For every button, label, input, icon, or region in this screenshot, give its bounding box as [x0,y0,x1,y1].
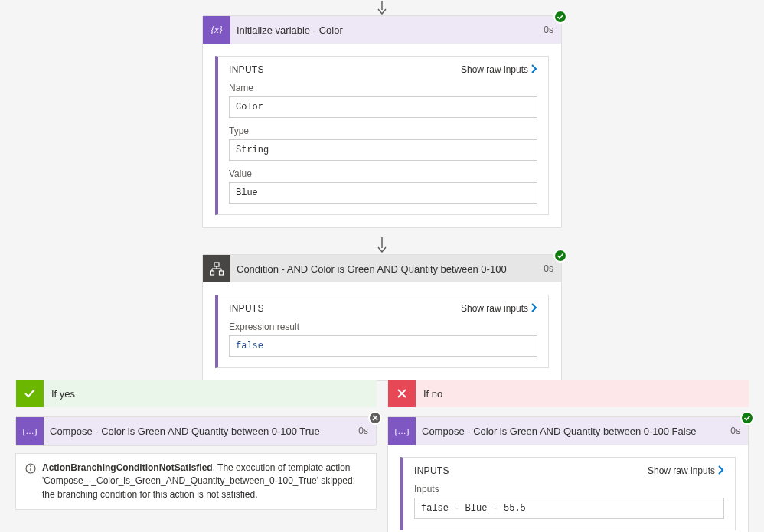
show-raw-label: Show raw inputs [461,64,528,75]
action-header[interactable]: {…} Compose - Color is Green AND Quantit… [388,417,748,445]
action-duration: 0s [536,24,561,35]
svg-rect-8 [211,271,214,275]
field-label-value: Value [229,168,537,179]
branch-title-no: If no [416,388,442,400]
compose-icon: {…} [16,417,44,445]
action-compose-false[interactable]: {…} Compose - Color is Green AND Quantit… [387,416,749,532]
field-value-inputs: false - Blue - 55.5 [414,498,724,519]
action-compose-true[interactable]: {…} Compose - Color is Green AND Quantit… [15,416,377,446]
action-duration: 0s [536,263,561,274]
show-raw-inputs-link[interactable]: Show raw inputs [648,465,724,476]
chevron-right-icon [531,64,537,75]
connector-arrow [202,237,562,253]
field-value-name: Color [229,96,537,118]
field-label-type: Type [229,126,537,136]
close-icon [388,380,416,407]
status-badge-skipped [368,411,382,425]
inputs-panel: INPUTS Show raw inputs Expression result… [215,295,549,368]
check-icon [16,380,44,407]
info-icon [25,463,36,478]
action-header[interactable]: {x} Initialize variable - Color 0s [203,16,561,44]
branch-if-yes: If yes {…} Compose - Color is Green AND … [15,380,377,532]
show-raw-inputs-link[interactable]: Show raw inputs [461,64,537,75]
inputs-panel-title: INPUTS [229,64,264,75]
svg-rect-9 [220,271,224,275]
svg-rect-3 [214,263,219,266]
show-raw-label: Show raw inputs [648,465,715,476]
action-duration: 0s [351,426,376,436]
branch-title-yes: If yes [44,388,75,400]
condition-icon [203,255,230,282]
field-label-inputs: Inputs [414,484,724,494]
action-title: Condition - AND Color is Green AND Quant… [230,263,536,275]
branch-header-no[interactable]: If no [387,380,749,407]
skipped-message: ActionBranchingConditionNotSatisfied. Th… [15,453,377,510]
variable-icon: {x} [203,16,230,44]
branch-header-yes[interactable]: If yes [15,380,377,407]
field-value-expression: false [236,341,263,351]
connector-arrow [202,0,562,15]
field-label-name: Name [229,83,537,93]
flow-canvas: {x} Initialize variable - Color 0s INPUT… [0,0,764,532]
field-value-type: String [229,139,537,161]
svg-text:{…}: {…} [23,426,37,436]
field-label-expression: Expression result [229,321,537,332]
show-raw-label: Show raw inputs [461,303,528,314]
action-title: Compose - Color is Green AND Quantity be… [44,426,351,437]
inputs-panel-title: INPUTS [229,303,264,314]
svg-text:{x}: {x} [211,24,223,35]
inputs-panel-title: INPUTS [414,465,449,476]
svg-point-15 [30,465,31,467]
svg-text:{…}: {…} [395,426,409,436]
action-title: Compose - Color is Green AND Quantity be… [416,426,723,437]
inputs-panel: INPUTS Show raw inputs Inputs [400,457,736,530]
chevron-right-icon [718,465,724,476]
inputs-panel: INPUTS Show raw inputs Name Color [215,56,549,215]
compose-icon: {…} [388,417,416,445]
action-title: Initialize variable - Color [230,24,536,36]
show-raw-inputs-link[interactable]: Show raw inputs [461,303,537,314]
status-badge-success [553,10,567,24]
action-header[interactable]: {…} Compose - Color is Green AND Quantit… [16,417,376,445]
action-initialize-variable[interactable]: {x} Initialize variable - Color 0s INPUT… [202,15,562,228]
skipped-error-code: ActionBranchingConditionNotSatisfied [42,462,213,473]
branch-if-no: If no {…} Compose - Color is Green AND Q… [387,380,749,532]
action-duration: 0s [723,426,748,436]
status-badge-success [740,411,754,425]
field-value-value: Blue [229,182,537,204]
action-header[interactable]: Condition - AND Color is Green AND Quant… [203,255,561,282]
status-badge-success [553,249,567,263]
action-condition[interactable]: Condition - AND Color is Green AND Quant… [202,254,562,381]
chevron-right-icon [531,303,537,314]
